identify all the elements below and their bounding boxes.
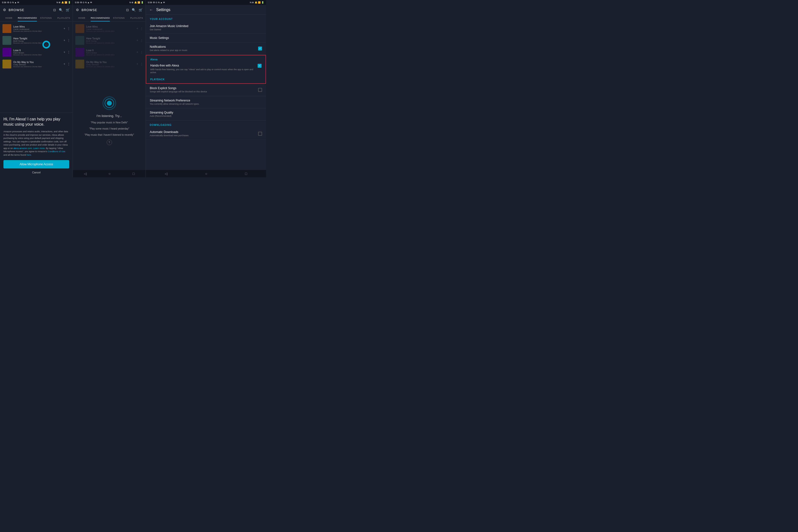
settings-icon[interactable]: ⚙ [3,8,6,12]
add-icon-2-left[interactable]: + [63,39,65,42]
song-item-4-mid[interactable]: On My Way to You Cody Johnson Because yo… [73,58,146,70]
alexa-ring-svg [102,96,117,111]
cast-icon[interactable]: ⊡ [53,8,56,12]
add-icon-3-mid[interactable]: + [136,51,138,54]
hands-free-item[interactable]: Hands-free with Alexa With hands-free li… [146,62,266,77]
search-icon[interactable]: 🔍 [59,8,63,12]
song-item-2-left[interactable]: Here Tonight Brett Young Because you lis… [0,35,73,46]
song-title-3-mid: Lose It [86,49,134,52]
auto-downloads-checkbox[interactable] [258,132,262,136]
alexa-section: Alexa Hands-free with Alexa With hands-f… [146,55,266,84]
tab-stations-middle[interactable]: STATIONS [110,15,128,21]
recent-nav-middle[interactable]: □ [133,172,134,176]
hands-free-checkbox[interactable] [258,64,262,68]
left-top-bar: ⚙ BROWSE ⊡ 🔍 🛒 [0,5,73,15]
song-item-4-left[interactable]: On My Way to You Cody Johnson Because yo… [0,58,73,70]
more-icon-3-mid[interactable]: ⋮ [140,51,143,54]
left-signal-icons: N ⊗ 🔔 📶 🔋 [56,1,71,4]
home-nav-middle[interactable]: ○ [109,172,111,176]
middle-search-icon[interactable]: 🔍 [132,8,136,12]
streaming-quality-item[interactable]: Streaming Quality Auto (Recommended) [146,108,266,120]
tab-home-middle[interactable]: HOME [73,15,91,21]
song-info-1-mid: Love Wins Carrie Underwood Because you l… [86,25,134,32]
home-nav-right[interactable]: ○ [205,172,207,176]
tab-recommended-middle[interactable]: RECOMMENDED [91,15,110,21]
tab-playlists-middle[interactable]: PLAYLISTS [128,15,146,21]
more-icon-1-mid[interactable]: ⋮ [140,27,143,30]
more-icon-4-mid[interactable]: ⋮ [140,62,143,66]
join-amazon-item[interactable]: Join Amazon Music Unlimited Get Started [146,22,266,34]
block-explicit-checkbox[interactable] [258,88,262,92]
middle-top-bar: ⚙ BROWSE ⊡ 🔍 🛒 [73,5,146,15]
song-title-4-left: On My Way to You [13,61,61,63]
more-icon-2-mid[interactable]: ⋮ [140,39,143,42]
music-settings-item[interactable]: Music Settings [146,34,266,42]
song-actions-2-mid: + ⋮ [136,39,143,42]
streaming-quality-text: Streaming Quality Auto (Recommended) [150,111,262,118]
suggestion-2: "Play some music I heard yesterday" [89,127,129,130]
middle-status-left: 5:59 ⚙ ⊙ N ▲ ✉ [75,1,92,4]
song-item-1-mid[interactable]: Love Wins Carrie Underwood Because you l… [73,23,146,35]
notifications-text: Notifications Get alerts related to your… [150,45,258,52]
alexa-amazon-link[interactable]: alexa.amazon.com [14,147,32,150]
song-actions-1-mid: + ⋮ [136,27,143,30]
song-because-1-mid: Because you listened to Jimmie Allen [86,30,134,32]
more-icon-4-left[interactable]: ⋮ [67,62,70,66]
song-actions-4-mid: + ⋮ [136,62,143,66]
tab-home-left[interactable]: HOME [0,15,18,21]
song-artist-2-left: Brett Young [13,40,61,42]
middle-song-list: Love Wins Carrie Underwood Because you l… [73,22,146,71]
middle-settings-icon[interactable]: ⚙ [76,8,79,12]
add-icon-4-mid[interactable]: + [136,62,138,66]
song-item-3-left[interactable]: Lose It Kane Brown Because you listened … [0,46,73,58]
block-explicit-sub: Songs with explicit language will be blo… [150,90,258,93]
middle-cast-icon[interactable]: ⊡ [126,8,129,12]
hands-free-text: Hands-free with Alexa With hands-free li… [150,64,258,74]
auto-downloads-item[interactable]: Automatic Downloads Automatically downlo… [146,128,266,140]
add-icon-1-mid[interactable]: + [136,27,138,30]
block-explicit-item[interactable]: Block Explicit Songs Songs with explicit… [146,84,266,96]
song-item-2-mid[interactable]: Here Tonight Brett Young Because you lis… [73,35,146,46]
overlay-body: Amazon processes and retains audio, inte… [3,130,69,157]
suggestion-3: "Play music that I haven't listened to r… [84,133,134,136]
left-status-bar: 5:58 ⚙ ⊙ N ▲ ✉ N ⊗ 🔔 📶 🔋 [0,0,73,5]
middle-time: 5:59 [75,1,79,4]
more-icon-2-left[interactable]: ⋮ [67,39,70,42]
conditions-link[interactable]: Conditions of Use [48,150,65,153]
settings-back-button[interactable]: ← [149,8,153,12]
back-nav-middle[interactable]: ◁ [84,172,87,176]
tab-playlists-left[interactable]: PLAYLISTS [55,15,73,21]
notifications-checkbox[interactable] [258,46,262,51]
alexa-circle-inner: ◯ [44,42,49,47]
recent-nav-right[interactable]: □ [245,172,247,176]
more-icon-3-left[interactable]: ⋮ [67,51,70,54]
back-nav-right[interactable]: ◁ [165,172,168,176]
add-icon-1-left[interactable]: + [63,27,65,30]
streaming-network-item[interactable]: Streaming Network Preference You current… [146,96,266,108]
song-item-5-mid[interactable]: Burning Man [feat. Brothers... Dierks Be… [73,70,146,71]
more-icon-1-left[interactable]: ⋮ [67,27,70,30]
cart-icon[interactable]: 🛒 [66,8,70,12]
alexa-section-label: Alexa [146,55,266,62]
song-because-3-left: Because you listened to Jimmie Allen [13,54,61,56]
allow-microphone-button[interactable]: Allow Microphone Access [3,160,69,169]
song-item-1-left[interactable]: Love Wins Carrie Underwood Because you l… [0,23,73,35]
alexa-ring-icon: ◯ [45,43,48,46]
add-icon-2-mid[interactable]: + [136,39,138,42]
cancel-link[interactable]: Cancel [3,171,69,174]
notifications-item[interactable]: Notifications Get alerts related to your… [146,43,266,55]
song-because-1-left: Because you listened to Jimmie Allen [13,30,61,32]
song-item-3-mid[interactable]: Lose It Kane Brown Because you listened … [73,46,146,58]
middle-cart-icon[interactable]: 🛒 [139,8,142,12]
here-link[interactable]: here [26,154,31,156]
tab-recommended-left[interactable]: RECOMMENDED [18,15,37,21]
add-icon-4-left[interactable]: + [63,62,65,66]
add-icon-3-left[interactable]: + [63,51,65,54]
middle-status-bar: 5:59 ⚙ ⊙ N ▲ ✉ N ⊗ 🔔 📶 🔋 [73,0,146,5]
help-button[interactable]: ? [107,140,112,145]
right-signal-icons: N ⊗ 🔔 📶 🔋 [250,1,264,4]
learn-more-link[interactable]: Learn more [33,147,44,150]
streaming-quality-title: Streaming Quality [150,111,262,114]
tab-stations-left[interactable]: STATIONS [37,15,55,21]
right-time: 5:59 [148,1,152,4]
